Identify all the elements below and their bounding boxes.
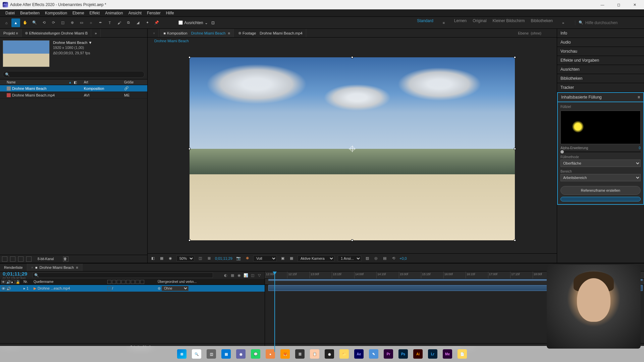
lock-col-icon[interactable]: 🔒 <box>15 280 19 284</box>
obs[interactable]: ◉ <box>323 347 336 361</box>
whatsapp[interactable]: 💬 <box>249 347 262 361</box>
premiere[interactable]: Pr <box>382 347 395 361</box>
orbit-tool-icon[interactable]: ⟲ <box>40 18 48 27</box>
bit-depth-label[interactable]: 8-bit-Kanal <box>38 257 54 261</box>
workspace-menu-icon[interactable]: ≡ <box>439 18 448 27</box>
sw-icon[interactable] <box>136 280 140 284</box>
res-icon[interactable]: ◫ <box>198 256 203 261</box>
snap-mode-icon[interactable]: ⊡ <box>211 20 215 25</box>
exposure-value[interactable]: +0,0 <box>399 256 407 260</box>
workspace-kleiner[interactable]: Kleiner Bildschirm <box>493 18 525 27</box>
menu-bearbeiten[interactable]: Bearbeiten <box>17 11 42 15</box>
project-search-input[interactable]: 🔍 <box>3 71 145 78</box>
camera-dropdown[interactable]: Aktive Kamera <box>298 255 334 261</box>
handle-bc[interactable] <box>351 239 353 241</box>
graph-icon[interactable]: 📊 <box>243 273 249 278</box>
parent-dropdown[interactable]: Ohne <box>162 286 189 291</box>
label-column-icon[interactable]: ◧ <box>74 80 84 84</box>
layer-sw[interactable] <box>107 286 111 290</box>
fill-range-dropdown[interactable]: Arbeitsbereich <box>560 174 641 181</box>
draft3d-icon[interactable]: ▨ <box>365 256 370 261</box>
media-encoder[interactable]: Me <box>441 347 454 361</box>
minimize-button[interactable]: — <box>596 1 609 9</box>
sw-icon[interactable] <box>112 280 116 284</box>
video-col-icon[interactable]: 👁 <box>1 280 5 284</box>
workspace-lernen[interactable]: Lernen <box>454 18 467 27</box>
new-folder-button[interactable] <box>10 256 15 262</box>
panel-bibliotheken[interactable]: Bibliotheken <box>557 74 644 83</box>
project-tab[interactable]: Projekt ≡ <box>0 29 22 37</box>
marker-icon[interactable]: ▽ <box>257 273 262 278</box>
draft3d-icon[interactable]: ◫ <box>250 273 255 278</box>
snap-checkbox[interactable]: Ausrichten ⌄ ⊡ <box>178 20 215 25</box>
menu-hilfe[interactable]: Hilfe <box>163 11 177 15</box>
ellipse-tool-icon[interactable]: ○ <box>87 18 95 27</box>
exposure-reset-icon[interactable]: ⟲ <box>391 256 396 261</box>
sw-icon[interactable] <box>131 280 135 284</box>
shy-icon[interactable]: ◐ <box>223 273 228 278</box>
handle-ml[interactable] <box>189 148 191 150</box>
puppet-tool-icon[interactable]: 📌 <box>152 18 161 27</box>
brush-tool-icon[interactable]: 🖌 <box>115 18 123 27</box>
app-1[interactable]: ▤ <box>219 347 233 361</box>
task-view[interactable]: ◫ <box>205 347 218 361</box>
menu-ebene[interactable]: Ebene <box>70 11 87 15</box>
sw-icon[interactable] <box>126 280 130 284</box>
sw-icon[interactable] <box>121 280 125 284</box>
handle-bl[interactable] <box>189 239 191 241</box>
alpha-icon[interactable]: ◧ <box>150 256 156 261</box>
transparency-icon[interactable]: ▦ <box>289 256 294 261</box>
zoom-dropdown[interactable]: 50% <box>176 255 194 261</box>
workspace-standard[interactable]: Standard <box>417 18 433 27</box>
panel-tracker[interactable]: Tracker <box>557 83 644 92</box>
timeline-timecode[interactable]: 0;01;11;29 <box>3 271 27 277</box>
workspace-bibliotheken[interactable]: Bibliotheken <box>531 18 553 27</box>
handle-tc[interactable] <box>351 56 353 58</box>
rotate-tool-icon[interactable]: ⟳ <box>49 18 58 27</box>
timeline-search[interactable]: 🔍 <box>33 273 213 278</box>
camera-tool-icon[interactable]: ◫ <box>58 18 67 27</box>
rect-tool-icon[interactable]: ▭ <box>77 18 86 27</box>
project-tab-overflow[interactable]: » <box>91 29 100 37</box>
snapshot-icon[interactable]: 📷 <box>236 256 241 261</box>
start-button[interactable]: ⊞ <box>175 347 189 361</box>
pen-tool-icon[interactable]: ✒ <box>96 18 105 27</box>
after-effects[interactable]: Ae <box>352 347 366 361</box>
panel-effekte[interactable]: Effekte und Vorgaben <box>557 56 644 65</box>
fast-prev-icon[interactable]: ▤ <box>382 256 387 261</box>
panel-menu-icon[interactable]: ≡ <box>638 95 640 100</box>
panel-ausrichten[interactable]: Ausrichten <box>557 65 644 74</box>
zoom-tool-icon[interactable]: 🔍 <box>30 18 39 27</box>
create-ref-frame-button[interactable]: Referenzframe erstellen <box>560 186 641 195</box>
anchor-tool-icon[interactable]: ⊕ <box>68 18 76 27</box>
photoshop[interactable]: Ps <box>396 347 410 361</box>
region-icon[interactable]: ▣ <box>280 256 285 261</box>
handle-br[interactable] <box>514 239 516 241</box>
grid-icon[interactable]: ⊞ <box>206 256 212 261</box>
illustrator[interactable]: Ai <box>411 347 425 361</box>
eraser-tool-icon[interactable]: ◢ <box>133 18 142 27</box>
panel-vorschau[interactable]: Vorschau <box>557 47 644 56</box>
parent-pick-icon[interactable]: ⊚ <box>158 286 161 290</box>
fill-method-dropdown[interactable]: Oberfläche <box>560 160 641 167</box>
trash-button[interactable]: 🗑 <box>63 256 68 262</box>
motion-blur-icon[interactable]: ◉ <box>236 273 242 278</box>
sw-icon[interactable] <box>140 280 144 284</box>
settings-button[interactable] <box>26 256 32 262</box>
menu-fenster[interactable]: Fenster <box>144 11 163 15</box>
explorer[interactable]: 📁 <box>337 347 351 361</box>
project-row-comp[interactable]: Drohne Miami Beach Komposition 🔗 <box>0 85 147 92</box>
audio-toggle[interactable]: 🔊 <box>6 286 10 290</box>
resolution-dropdown[interactable]: Voll <box>253 255 277 261</box>
audio-col-icon[interactable]: 🔊 <box>6 280 10 284</box>
search-help-input[interactable] <box>585 20 636 25</box>
clone-tool-icon[interactable]: ⧉ <box>124 18 133 27</box>
menu-komposition[interactable]: Komposition <box>42 11 70 15</box>
snap-checkbox-input[interactable] <box>178 20 183 25</box>
solo-col-icon[interactable]: ● <box>11 280 15 284</box>
handle-tr[interactable] <box>514 56 516 58</box>
app-7[interactable]: 📋 <box>308 347 321 361</box>
timeline-layer-row[interactable]: 👁 🔊 ▸ 1 ▶ Drohne ...each.mp4 / ⊚ Ohne <box>0 285 265 292</box>
sw-icon[interactable] <box>107 280 111 284</box>
viewer-tab-footage[interactable]: Footage Drohne Miami Beach.mp4 <box>235 29 306 37</box>
